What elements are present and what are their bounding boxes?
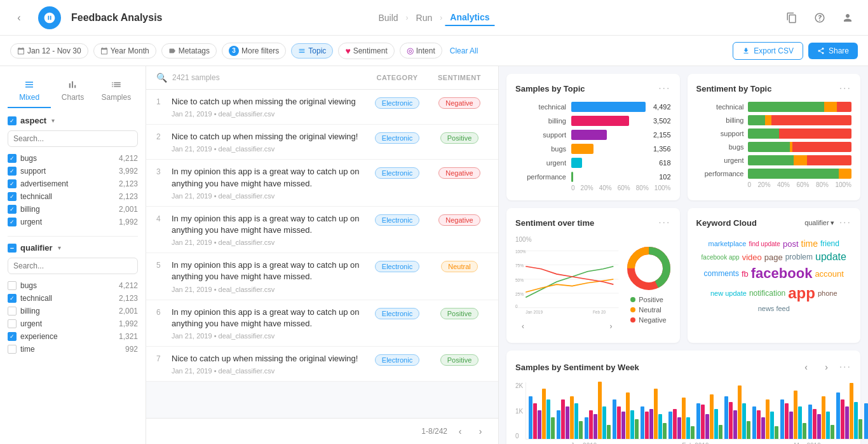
samples-list: 🔍 2421 samples CATEGORY SENTIMENT 1 Nice…	[146, 66, 499, 444]
sbsw-bar	[585, 417, 588, 439]
table-row[interactable]: 5 In my opinion this app is a great way …	[146, 253, 498, 300]
duplicate-icon[interactable]	[782, 8, 802, 28]
kw-selector[interactable]: qualifier ▾	[804, 219, 834, 227]
keyword-word[interactable]: facebook app	[702, 254, 740, 261]
metatags-filter[interactable]: Metatags	[161, 43, 217, 59]
table-row[interactable]: 7 Nice to catch up when missing the orig…	[146, 347, 498, 382]
keyword-word[interactable]: fb	[742, 269, 749, 279]
filter-checkbox[interactable]: ✓	[8, 294, 17, 303]
filter-checkbox[interactable]	[8, 319, 17, 328]
keyword-word[interactable]: account	[815, 269, 844, 279]
keyword-word[interactable]: update	[815, 251, 846, 263]
table-row[interactable]: 2 Nice to catch up when missing the orig…	[146, 125, 498, 160]
filter-checkbox[interactable]: ✓	[8, 192, 17, 201]
keyword-word[interactable]: video	[742, 253, 762, 262]
kw-more[interactable]: ···	[839, 217, 851, 228]
tab-mixed[interactable]: Mixed	[8, 74, 51, 108]
qualifier-header[interactable]: − qualifier ▾	[8, 243, 138, 253]
sbsw-bar	[613, 399, 616, 439]
qualifier-checkbox[interactable]: −	[8, 244, 17, 253]
keyword-word[interactable]: marketplace	[709, 240, 747, 247]
filter-item[interactable]: ✓ experience 1,321	[8, 330, 138, 343]
filter-checkbox[interactable]: ✓	[8, 179, 17, 188]
filter-item[interactable]: billing 2,001	[8, 305, 138, 317]
filter-item[interactable]: bugs 4,212	[8, 279, 138, 292]
sbsw-bar-group	[696, 394, 722, 439]
qualifier-search[interactable]	[8, 258, 138, 274]
filter-item[interactable]: ✓ urgent 1,992	[8, 216, 138, 228]
sbsw-prev[interactable]: ‹	[799, 359, 814, 375]
user-icon[interactable]	[837, 8, 858, 28]
aspect-checkbox[interactable]: ✓	[8, 116, 17, 125]
export-csv-button[interactable]: Export CSV	[733, 42, 803, 60]
aspect-search[interactable]	[8, 130, 138, 147]
keyword-word[interactable]: time	[801, 239, 818, 249]
filter-checkbox[interactable]	[8, 307, 17, 316]
sample-content: Nice to catch up when missing the origin…	[172, 353, 363, 375]
filter-item[interactable]: ✓ advertisement 2,123	[8, 177, 138, 190]
back-button[interactable]: ‹	[10, 9, 28, 27]
keyword-word[interactable]: problem	[785, 253, 813, 261]
table-row[interactable]: 3 In my opinion this app is a great way …	[146, 160, 498, 206]
nav-run[interactable]: Run	[411, 10, 438, 25]
more-filters-button[interactable]: 3 More filters	[222, 43, 286, 59]
filter-checkbox[interactable]: ✓	[8, 205, 17, 214]
filter-checkbox[interactable]	[8, 345, 17, 354]
filter-checkbox[interactable]: ✓	[8, 167, 17, 176]
topic-bar	[571, 158, 582, 168]
sot-prev[interactable]: ‹	[515, 319, 531, 334]
intent-filter[interactable]: ◎ Intent	[400, 43, 442, 59]
keyword-word[interactable]: new update	[710, 289, 747, 297]
filter-checkbox[interactable]: ✓	[8, 218, 17, 226]
filter-item[interactable]: ✓ technicall 2,123	[8, 190, 138, 203]
filter-checkbox[interactable]	[8, 281, 17, 290]
yearmonth-filter[interactable]: Year Month	[93, 43, 156, 59]
sbsw-bar	[668, 412, 672, 439]
sbsw-bar	[607, 425, 611, 440]
share-button[interactable]: Share	[808, 43, 858, 59]
tab-charts[interactable]: Charts	[51, 74, 94, 108]
sbsw-next[interactable]: ›	[819, 359, 834, 375]
filter-item[interactable]: ✓ billing 2,001	[8, 203, 138, 216]
prev-page-button[interactable]: ‹	[452, 424, 468, 439]
sot-more[interactable]: ···	[658, 217, 670, 228]
table-row[interactable]: 4 In my opinion this app is a great way …	[146, 207, 498, 253]
topic-bars: technical 4,492 billing 3,502 support 2,…	[515, 102, 671, 182]
keyword-word[interactable]: find update	[749, 240, 780, 247]
keyword-word[interactable]: phone	[818, 289, 837, 297]
aspect-header[interactable]: ✓ aspect ▾	[8, 116, 138, 125]
topic-filter[interactable]: Topic	[291, 43, 333, 59]
filter-item[interactable]: time 992	[8, 343, 138, 356]
keyword-word[interactable]: app	[788, 284, 815, 302]
next-page-button[interactable]: ›	[473, 424, 488, 439]
filter-item[interactable]: ✓ support 3,992	[8, 165, 138, 177]
nav-build[interactable]: Build	[373, 10, 403, 25]
filter-checkbox[interactable]: ✓	[8, 332, 17, 341]
table-row[interactable]: 1 Nice to catch up when missing the orig…	[146, 90, 498, 125]
keyword-word[interactable]: facebook	[751, 265, 813, 282]
sentiment-by-topic-more[interactable]: ···	[839, 83, 851, 94]
sbsw-bar	[574, 403, 578, 439]
table-row[interactable]: 6 In my opinion this app is a great way …	[146, 300, 498, 347]
sentiment-filter[interactable]: ♥ Sentiment	[338, 43, 394, 59]
sentiment-over-time-card: Sentiment over time ··· 100%	[506, 208, 680, 343]
keyword-word[interactable]: page	[764, 253, 783, 262]
sample-sentiment: Positive	[431, 353, 488, 366]
samples-by-topic-more[interactable]: ···	[658, 83, 670, 94]
filter-item[interactable]: ✓ technicall 2,123	[8, 292, 138, 305]
keyword-word[interactable]: friend	[820, 239, 839, 248]
date-filter[interactable]: Jan 12 - Nov 30	[10, 43, 88, 59]
keyword-word[interactable]: notification	[749, 289, 785, 298]
tab-samples[interactable]: Samples	[95, 74, 138, 108]
filter-item[interactable]: ✓ bugs 4,212	[8, 152, 138, 165]
filter-checkbox[interactable]: ✓	[8, 154, 17, 163]
nav-analytics[interactable]: Analytics	[445, 10, 494, 26]
sot-next[interactable]: ›	[604, 319, 619, 334]
keyword-word[interactable]: news feed	[758, 305, 790, 312]
filter-item[interactable]: urgent 1,992	[8, 317, 138, 330]
keyword-word[interactable]: post	[783, 239, 799, 249]
settings-icon[interactable]	[810, 8, 830, 28]
keyword-word[interactable]: comments	[704, 269, 739, 278]
sbsw-more[interactable]: ···	[839, 361, 851, 373]
clear-all-button[interactable]: Clear All	[450, 46, 478, 55]
